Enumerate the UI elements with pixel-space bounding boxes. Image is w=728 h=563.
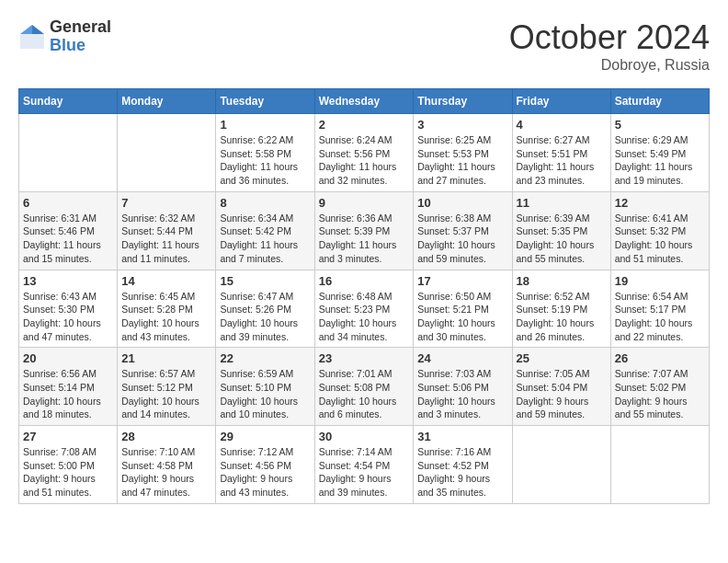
day-info: Sunrise: 7:03 AMSunset: 5:06 PMDaylight:…	[417, 367, 507, 421]
calendar-cell: 6Sunrise: 6:31 AMSunset: 5:46 PMDaylight…	[19, 191, 118, 270]
calendar: SundayMondayTuesdayWednesdayThursdayFrid…	[18, 88, 710, 504]
header-day-thursday: Thursday	[414, 89, 512, 114]
calendar-cell: 13Sunrise: 6:43 AMSunset: 5:30 PMDayligh…	[19, 270, 118, 348]
day-number: 17	[417, 274, 507, 288]
day-info: Sunrise: 7:10 AMSunset: 4:58 PMDaylight:…	[121, 445, 211, 500]
header-day-wednesday: Wednesday	[314, 89, 414, 114]
day-number: 21	[121, 351, 211, 365]
day-info: Sunrise: 6:47 AMSunset: 5:26 PMDaylight:…	[220, 290, 310, 344]
day-info: Sunrise: 6:50 AMSunset: 5:21 PMDaylight:…	[417, 290, 507, 344]
location: Dobroye, Russia	[509, 57, 710, 74]
week-row-3: 20Sunrise: 6:56 AMSunset: 5:14 PMDayligh…	[19, 348, 710, 426]
day-number: 11	[517, 196, 607, 210]
calendar-cell: 24Sunrise: 7:03 AMSunset: 5:06 PMDayligh…	[414, 348, 512, 426]
title-section: October 2024 Dobroye, Russia	[509, 18, 710, 74]
day-info: Sunrise: 7:01 AMSunset: 5:08 PMDaylight:…	[319, 367, 410, 421]
calendar-cell: 31Sunrise: 7:16 AMSunset: 4:52 PMDayligh…	[414, 426, 512, 504]
day-number: 20	[23, 351, 113, 365]
header-day-sunday: Sunday	[19, 89, 118, 114]
day-number: 5	[615, 118, 705, 132]
day-info: Sunrise: 6:24 AMSunset: 5:56 PMDaylight:…	[319, 133, 410, 188]
calendar-cell: 30Sunrise: 7:14 AMSunset: 4:54 PMDayligh…	[314, 426, 414, 504]
day-info: Sunrise: 6:27 AMSunset: 5:51 PMDaylight:…	[517, 133, 607, 188]
day-number: 4	[517, 118, 607, 132]
calendar-cell: 7Sunrise: 6:32 AMSunset: 5:44 PMDaylight…	[118, 191, 216, 270]
calendar-cell: 2Sunrise: 6:24 AMSunset: 5:56 PMDaylight…	[314, 114, 414, 192]
calendar-cell: 14Sunrise: 6:45 AMSunset: 5:28 PMDayligh…	[118, 270, 216, 348]
logo-blue: Blue	[50, 37, 111, 55]
day-info: Sunrise: 6:41 AMSunset: 5:32 PMDaylight:…	[615, 212, 705, 266]
day-number: 29	[220, 430, 310, 443]
day-number: 9	[319, 196, 410, 210]
header-day-tuesday: Tuesday	[216, 89, 314, 114]
logo-general: General	[50, 18, 111, 37]
day-info: Sunrise: 6:52 AMSunset: 5:19 PMDaylight:…	[517, 290, 607, 344]
day-number: 3	[417, 118, 507, 132]
day-number: 30	[319, 430, 410, 443]
calendar-cell: 25Sunrise: 7:05 AMSunset: 5:04 PMDayligh…	[512, 348, 610, 426]
day-info: Sunrise: 7:05 AMSunset: 5:04 PMDaylight:…	[517, 367, 607, 421]
calendar-cell: 10Sunrise: 6:38 AMSunset: 5:37 PMDayligh…	[414, 191, 512, 270]
day-number: 7	[121, 196, 211, 210]
calendar-cell: 15Sunrise: 6:47 AMSunset: 5:26 PMDayligh…	[216, 270, 314, 348]
calendar-cell: 21Sunrise: 6:57 AMSunset: 5:12 PMDayligh…	[118, 348, 216, 426]
calendar-cell	[19, 114, 118, 192]
calendar-cell	[610, 426, 709, 504]
header-row: SundayMondayTuesdayWednesdayThursdayFrid…	[19, 89, 710, 114]
calendar-cell: 8Sunrise: 6:34 AMSunset: 5:42 PMDaylight…	[216, 191, 314, 270]
calendar-cell: 28Sunrise: 7:10 AMSunset: 4:58 PMDayligh…	[118, 426, 216, 504]
day-info: Sunrise: 6:29 AMSunset: 5:49 PMDaylight:…	[615, 133, 705, 188]
day-info: Sunrise: 7:14 AMSunset: 4:54 PMDaylight:…	[319, 445, 410, 500]
day-number: 26	[615, 351, 705, 365]
day-number: 2	[319, 118, 410, 132]
day-number: 27	[23, 430, 113, 443]
week-row-4: 27Sunrise: 7:08 AMSunset: 5:00 PMDayligh…	[19, 426, 710, 504]
day-info: Sunrise: 6:48 AMSunset: 5:23 PMDaylight:…	[319, 290, 410, 344]
day-number: 6	[23, 196, 113, 210]
calendar-cell	[118, 114, 216, 192]
calendar-body: 1Sunrise: 6:22 AMSunset: 5:58 PMDaylight…	[19, 114, 710, 504]
day-number: 1	[220, 118, 310, 132]
svg-marker-2	[20, 25, 32, 34]
calendar-cell: 22Sunrise: 6:59 AMSunset: 5:10 PMDayligh…	[216, 348, 314, 426]
day-info: Sunrise: 6:39 AMSunset: 5:35 PMDaylight:…	[517, 212, 607, 266]
day-number: 18	[517, 274, 607, 288]
calendar-cell: 12Sunrise: 6:41 AMSunset: 5:32 PMDayligh…	[610, 191, 709, 270]
day-info: Sunrise: 6:54 AMSunset: 5:17 PMDaylight:…	[615, 290, 705, 344]
logo-text: General Blue	[50, 18, 111, 55]
day-info: Sunrise: 6:25 AMSunset: 5:53 PMDaylight:…	[417, 133, 507, 188]
day-number: 14	[121, 274, 211, 288]
calendar-cell: 19Sunrise: 6:54 AMSunset: 5:17 PMDayligh…	[610, 270, 709, 348]
calendar-cell: 4Sunrise: 6:27 AMSunset: 5:51 PMDaylight…	[512, 114, 610, 192]
calendar-cell: 27Sunrise: 7:08 AMSunset: 5:00 PMDayligh…	[19, 426, 118, 504]
day-number: 25	[517, 351, 607, 365]
logo-icon	[18, 23, 46, 51]
day-number: 23	[319, 351, 410, 365]
day-info: Sunrise: 7:16 AMSunset: 4:52 PMDaylight:…	[417, 445, 507, 500]
day-info: Sunrise: 6:36 AMSunset: 5:39 PMDaylight:…	[319, 212, 410, 266]
day-info: Sunrise: 6:43 AMSunset: 5:30 PMDaylight:…	[23, 290, 113, 344]
calendar-cell: 3Sunrise: 6:25 AMSunset: 5:53 PMDaylight…	[414, 114, 512, 192]
day-number: 10	[417, 196, 507, 210]
week-row-0: 1Sunrise: 6:22 AMSunset: 5:58 PMDaylight…	[19, 114, 710, 192]
day-info: Sunrise: 7:08 AMSunset: 5:00 PMDaylight:…	[23, 445, 113, 500]
day-number: 8	[220, 196, 310, 210]
day-number: 24	[417, 351, 507, 365]
month-title: October 2024	[509, 18, 710, 57]
header-day-friday: Friday	[512, 89, 610, 114]
day-number: 28	[121, 430, 211, 443]
day-info: Sunrise: 7:12 AMSunset: 4:56 PMDaylight:…	[220, 445, 310, 500]
day-info: Sunrise: 7:07 AMSunset: 5:02 PMDaylight:…	[615, 367, 705, 421]
day-info: Sunrise: 6:31 AMSunset: 5:46 PMDaylight:…	[23, 212, 113, 266]
day-info: Sunrise: 6:38 AMSunset: 5:37 PMDaylight:…	[417, 212, 507, 266]
calendar-cell: 11Sunrise: 6:39 AMSunset: 5:35 PMDayligh…	[512, 191, 610, 270]
day-info: Sunrise: 6:59 AMSunset: 5:10 PMDaylight:…	[220, 367, 310, 421]
calendar-cell: 9Sunrise: 6:36 AMSunset: 5:39 PMDaylight…	[314, 191, 414, 270]
day-info: Sunrise: 6:22 AMSunset: 5:58 PMDaylight:…	[220, 133, 310, 188]
logo: General Blue	[18, 18, 111, 55]
calendar-cell: 17Sunrise: 6:50 AMSunset: 5:21 PMDayligh…	[414, 270, 512, 348]
calendar-cell: 18Sunrise: 6:52 AMSunset: 5:19 PMDayligh…	[512, 270, 610, 348]
calendar-cell: 29Sunrise: 7:12 AMSunset: 4:56 PMDayligh…	[216, 426, 314, 504]
svg-marker-1	[32, 25, 44, 34]
day-info: Sunrise: 6:57 AMSunset: 5:12 PMDaylight:…	[121, 367, 211, 421]
